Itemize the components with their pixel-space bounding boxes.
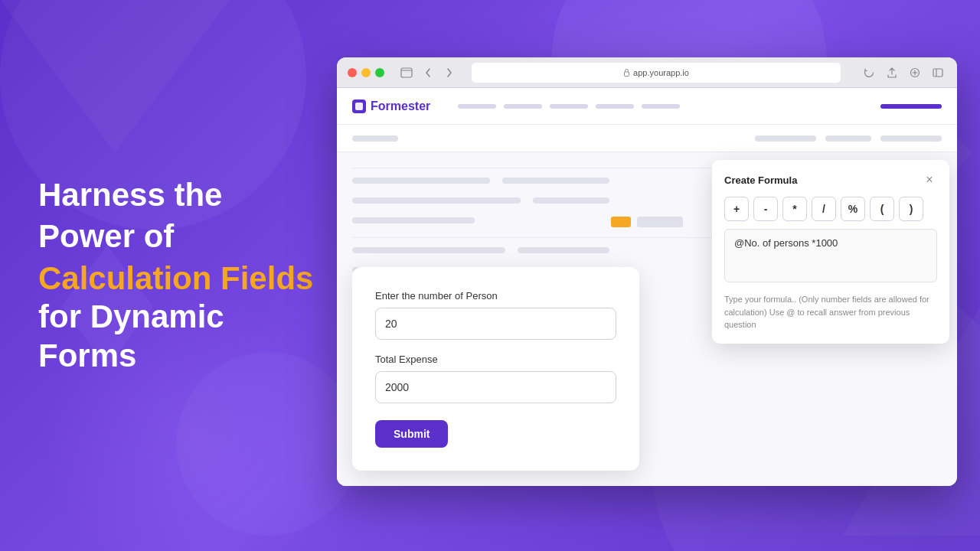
hero-line1: Harness the <box>38 176 329 214</box>
hero-text-block: Harness the Power of Calculation Fields … <box>38 176 329 375</box>
browser-content: Formester <box>337 88 957 486</box>
submit-button[interactable]: Submit <box>375 420 448 448</box>
svg-rect-14 <box>355 103 363 110</box>
formula-hint: Type your formula.. (Only number fields … <box>724 293 937 331</box>
dot-green[interactable] <box>375 68 384 77</box>
content-area: Enter the number of Person Total Expense… <box>337 152 957 486</box>
browser-chrome: app.yourapp.io <box>337 57 957 88</box>
formula-panel: Create Formula × + - * / % ( ) @No. o <box>712 160 949 344</box>
address-bar[interactable]: app.yourapp.io <box>472 63 841 83</box>
nav-bar-1[interactable] <box>458 104 496 109</box>
app-logo: Formester <box>352 99 430 113</box>
hero-line2: Power of <box>38 217 329 256</box>
formula-close-button[interactable]: × <box>922 172 937 187</box>
toolbar-item-2 <box>755 135 816 142</box>
skel-3 <box>352 197 521 204</box>
header-nav <box>458 104 680 109</box>
header-accent-bar <box>880 104 942 109</box>
nav-bar-5[interactable] <box>642 104 680 109</box>
browser-dots <box>348 68 384 77</box>
skel-1 <box>352 178 490 184</box>
formula-textarea[interactable]: @No. of persons *1000 <box>724 229 937 282</box>
op-percent[interactable]: % <box>841 197 865 221</box>
app-header: Formester <box>337 88 957 125</box>
header-right <box>880 104 942 109</box>
share-btn[interactable] <box>884 64 900 81</box>
formula-operators: + - * / % ( ) <box>724 197 937 221</box>
svg-marker-2 <box>0 0 230 153</box>
nav-bar-2[interactable] <box>504 104 542 109</box>
browser-window: app.yourapp.io <box>337 57 957 486</box>
toolbar-item-3 <box>825 135 871 142</box>
formula-header: Create Formula × <box>724 172 937 187</box>
gray-tag <box>637 217 683 227</box>
refresh-btn[interactable] <box>861 64 877 81</box>
svg-rect-12 <box>933 69 942 77</box>
skel-7 <box>518 247 609 253</box>
browser-nav <box>398 64 458 81</box>
hero-line3: Calculation Fields <box>38 259 329 298</box>
op-close-paren[interactable]: ) <box>899 197 923 221</box>
svg-rect-8 <box>401 68 412 77</box>
nav-forward[interactable] <box>441 64 458 81</box>
nav-bar-3[interactable] <box>550 104 588 109</box>
browser-actions <box>861 64 946 81</box>
lock-icon <box>623 68 630 77</box>
skel-2 <box>502 178 609 184</box>
hero-line4: for Dynamic <box>38 298 329 336</box>
field2-label: Total Expense <box>375 354 616 365</box>
op-multiply[interactable]: * <box>782 197 807 221</box>
field2-input[interactable] <box>375 371 616 403</box>
skel-5 <box>352 217 475 223</box>
orange-tag-area <box>611 217 683 227</box>
new-tab-btn[interactable] <box>906 64 923 81</box>
app-toolbar <box>337 125 957 152</box>
field1-input[interactable] <box>375 308 616 340</box>
op-divide[interactable]: / <box>812 197 836 221</box>
toolbar-item-4 <box>880 135 942 142</box>
field1-label: Enter the number of Person <box>375 290 616 302</box>
svg-rect-10 <box>625 72 629 77</box>
sidebar-btn[interactable] <box>929 64 946 81</box>
dot-red[interactable] <box>348 68 357 77</box>
nav-back[interactable] <box>420 64 436 81</box>
op-plus[interactable]: + <box>724 197 749 221</box>
op-open-paren[interactable]: ( <box>870 197 894 221</box>
hero-line5: Forms <box>38 337 329 375</box>
dot-yellow[interactable] <box>361 68 371 77</box>
formula-title: Create Formula <box>724 174 797 186</box>
nav-bar-4[interactable] <box>596 104 634 109</box>
app-main: Enter the number of Person Total Expense… <box>337 152 957 486</box>
form-card: Enter the number of Person Total Expense… <box>352 267 639 471</box>
op-minus[interactable]: - <box>753 197 778 221</box>
skel-4 <box>533 197 609 204</box>
orange-tag <box>611 217 631 227</box>
skel-6 <box>352 247 505 253</box>
logo-icon <box>352 99 366 113</box>
toolbar-item-1 <box>352 135 398 142</box>
nav-window-icon[interactable] <box>398 64 415 81</box>
app-name: Formester <box>371 99 430 113</box>
url-text: app.yourapp.io <box>633 68 689 77</box>
